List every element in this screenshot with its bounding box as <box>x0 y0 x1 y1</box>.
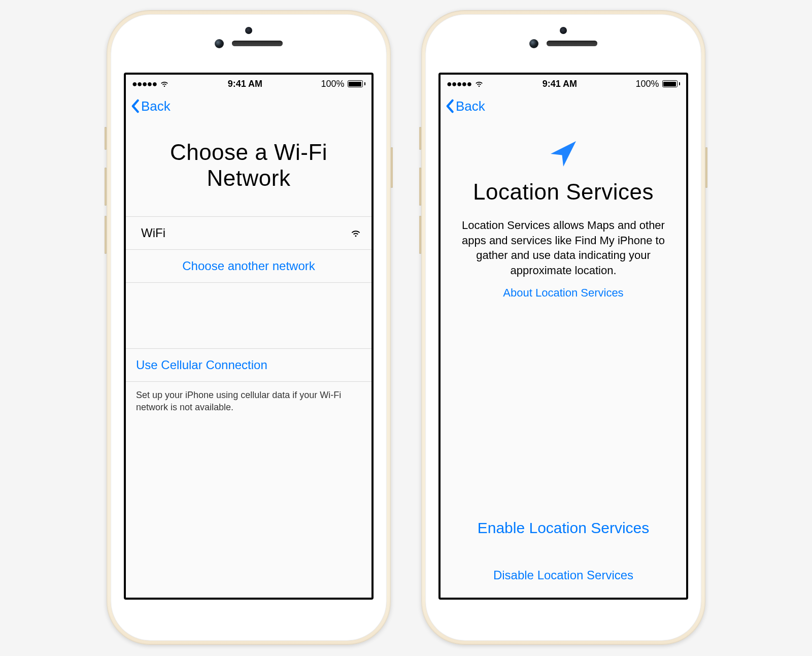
wifi-signal-icon <box>350 227 361 239</box>
volume-up-button <box>419 168 421 206</box>
volume-up-button <box>105 168 107 206</box>
nav-bar: Back <box>441 93 686 119</box>
status-bar: ●●●●● 9:41 AM 100% <box>126 75 371 93</box>
status-bar: ●●●●● 9:41 AM 100% <box>441 75 686 93</box>
back-label: Back <box>456 99 485 114</box>
section-gap <box>126 282 371 348</box>
front-camera <box>529 39 538 48</box>
chevron-left-icon <box>130 99 140 113</box>
location-arrow-icon <box>441 119 686 174</box>
back-button[interactable]: Back <box>445 99 485 114</box>
screen: ●●●●● 9:41 AM 100% <box>124 73 374 600</box>
location-content: Location Services Location Services allo… <box>441 119 686 598</box>
earpiece-speaker <box>232 41 283 46</box>
phone-inner: ●●●●● 9:41 AM 100% <box>111 14 387 641</box>
front-camera <box>215 39 224 48</box>
disable-location-button[interactable]: Disable Location Services <box>441 548 686 598</box>
location-description: Location Services allows Maps and other … <box>441 218 686 278</box>
mute-switch <box>105 127 107 150</box>
wifi-network-row[interactable]: WiFi <box>126 216 371 249</box>
battery-icon <box>348 80 366 87</box>
proximity-sensor <box>245 27 252 34</box>
status-time: 9:41 AM <box>543 79 577 89</box>
phone-frame-location: ●●●●● 9:41 AM 100% <box>421 10 705 645</box>
mute-switch <box>419 127 421 150</box>
about-location-services-link[interactable]: About Location Services <box>441 278 686 300</box>
phone-inner: ●●●●● 9:41 AM 100% <box>425 14 701 641</box>
battery-percentage: 100% <box>321 79 344 89</box>
signal-dots-icon: ●●●●● <box>447 79 471 89</box>
volume-down-button <box>105 216 107 254</box>
screen: ●●●●● 9:41 AM 100% <box>438 73 688 600</box>
back-button[interactable]: Back <box>130 99 171 114</box>
battery-icon <box>662 80 681 87</box>
choose-another-network-button[interactable]: Choose another network <box>126 249 371 282</box>
wifi-icon <box>475 79 484 88</box>
phone-top-hardware <box>111 14 387 73</box>
power-button <box>391 147 393 188</box>
enable-location-button[interactable]: Enable Location Services <box>441 508 686 548</box>
proximity-sensor <box>560 27 567 34</box>
signal-dots-icon: ●●●●● <box>132 79 157 89</box>
cellular-help-text: Set up your iPhone using cellular data i… <box>126 382 371 421</box>
use-cellular-button[interactable]: Use Cellular Connection <box>126 348 371 382</box>
chevron-left-icon <box>445 99 455 113</box>
page-title: Choose a Wi-Fi Network <box>126 119 371 216</box>
wifi-icon <box>160 79 169 88</box>
phone-top-hardware <box>425 14 701 73</box>
spacer <box>441 300 686 508</box>
power-button <box>705 147 707 188</box>
back-label: Back <box>141 99 171 114</box>
nav-bar: Back <box>126 93 371 119</box>
phone-frame-wifi: ●●●●● 9:41 AM 100% <box>107 10 391 645</box>
wifi-content: Choose a Wi-Fi Network WiFi Choose anoth… <box>126 119 371 598</box>
wifi-network-name: WiFi <box>141 226 165 240</box>
earpiece-speaker <box>547 41 597 46</box>
battery-percentage: 100% <box>635 79 659 89</box>
status-time: 9:41 AM <box>228 79 262 89</box>
page-title: Location Services <box>441 174 686 218</box>
volume-down-button <box>419 216 421 254</box>
